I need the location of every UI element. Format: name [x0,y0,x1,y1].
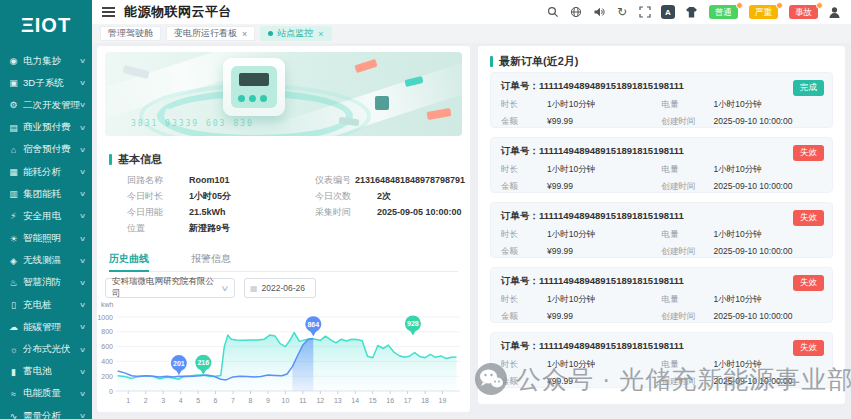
order-field-label: 电量 [662,294,714,306]
order-number: 订单号：1111149489489151891815198111 [501,80,822,93]
safety-power-icon: ⚡ [7,211,20,221]
order-field-value: 1小时10分钟 [714,164,762,176]
info-label: 今日时长 [127,190,189,203]
chevron-down-icon: ∨ [221,284,230,293]
building-icon: ▤ [7,123,20,133]
user-avatar-icon[interactable] [827,5,841,19]
order-field-label: 创建时间 [662,116,714,128]
order-field-value: 2025-09-10 10:00:00 [714,376,793,388]
close-tab-icon[interactable]: × [318,29,323,39]
hamburger-menu-icon[interactable] [102,5,115,19]
fullscreen-icon[interactable] [638,5,652,19]
alarm-badge[interactable]: 普通 [709,5,738,19]
order-row: 时长1小时10分钟电量1小时10分钟 [501,99,822,111]
group-energy-icon: ▥ [7,189,20,199]
smart-meter-device [223,58,285,116]
svg-text:kwh: kwh [101,301,114,308]
order-row: 金额¥99.99创建时间2025-09-10 10:00:00 [501,376,822,388]
svg-text:400: 400 [101,358,113,365]
svg-text:6: 6 [214,397,218,404]
order-card[interactable]: 订单号：1111149489489151891815198111失效时长1小时1… [490,137,833,193]
refresh-icon[interactable]: ↻ [615,5,629,19]
svg-text:18: 18 [421,397,429,404]
sidebar-item[interactable]: ☼分布式光伏∨ [0,338,92,360]
history-tab[interactable]: 报警信息 [191,251,231,272]
chevron-down-icon: ∨ [79,146,86,154]
sidebar-item[interactable]: ▤商业预付费∨ [0,117,92,139]
volume-icon[interactable] [592,5,606,19]
sidebar-item[interactable]: ≈电能质量∨ [0,383,92,405]
svg-text:5: 5 [196,397,200,404]
svg-text:15: 15 [369,397,377,404]
svg-text:11: 11 [299,397,306,404]
search-icon[interactable] [546,5,560,19]
alarm-count-dot [816,2,823,9]
sidebar-item[interactable]: ▯充电桩∨ [0,294,92,316]
order-card[interactable]: 订单号：1111149489489151891815198111失效时长1小时1… [490,202,833,258]
sidebar-item[interactable]: ♨智慧消防∨ [0,272,92,294]
order-status-badge: 完成 [793,80,824,96]
sidebar-item[interactable]: ∿需量分析∨ [0,405,92,419]
info-row: 仪表编号2131648481848978798791 [315,172,465,188]
sidebar-item-label: 智能照明 [23,232,80,245]
globe-icon[interactable] [569,5,583,19]
nav-tab[interactable]: 管理驾驶舱 [100,26,161,41]
order-field-value: ¥99.99 [547,376,573,388]
order-status-badge: 失效 [793,210,824,226]
date-picker[interactable]: ▦ 2022-06-26 [244,278,316,298]
site-detail-panel: 3831 93339 603 830 基本信息 回路名称Room101今日时长1… [97,46,470,412]
basic-info-title: 基本信息 [109,152,162,167]
order-field-label: 创建时间 [662,246,714,258]
sidebar-item[interactable]: ⌂宿舍预付费∨ [0,139,92,161]
sidebar-item[interactable]: ☁能碳管理∨ [0,316,92,338]
order-card[interactable]: 订单号：1111149489489151891815198111失效时长1小时1… [490,267,833,323]
alarm-badge[interactable]: 事故 [789,5,818,19]
breadcrumb-tab-bar: 管理驾驶舱变电所运行看板×站点监控× [92,24,851,43]
nav-tab[interactable]: 变电所运行看板× [166,26,255,41]
sidebar: ΞIOT ◉电力集抄∨▣3D子系统∨⚙二次开发管理∨▤商业预付费∨⌂宿舍预付费∨… [0,0,92,419]
sidebar-item[interactable]: ◉电力集抄∨ [0,50,92,72]
translate-icon[interactable]: A [661,5,675,19]
sidebar-item[interactable]: ▣3D子系统∨ [0,72,92,94]
info-row: 采集时间2025-09-05 10:00:00 [315,204,465,220]
order-row: 金额¥99.99创建时间2025-09-10 10:00:00 [501,116,822,128]
chart-marker-pin: 216 [195,355,211,375]
svg-text:216: 216 [197,359,209,366]
chevron-down-icon: ∨ [79,79,86,87]
info-row: 回路名称Room101 [127,172,312,188]
sidebar-item[interactable]: ⚡安全用电∨ [0,205,92,227]
sidebar-item[interactable]: ▦能耗分析∨ [0,161,92,183]
sidebar-item-label: 充电桩 [23,299,80,312]
sidebar-item[interactable]: ◈无线测温∨ [0,250,92,272]
sidebar-item[interactable]: ▮蓄电池∨ [0,361,92,383]
order-field-label: 时长 [501,294,547,306]
device-banner-image: 3831 93339 603 830 [105,52,462,136]
sidebar-item[interactable]: ▥集团能耗∨ [0,183,92,205]
chevron-down-icon: ∨ [79,57,86,65]
order-field-label: 金额 [501,116,547,128]
order-field-value: 1小时10分钟 [714,99,762,111]
theme-icon[interactable] [684,5,698,19]
order-field-label: 时长 [501,229,547,241]
carbon-icon: ☁ [7,322,20,332]
chevron-down-icon: ∨ [79,301,86,309]
analysis-chart-icon: ▦ [7,167,20,177]
svg-text:17: 17 [404,397,412,404]
company-select[interactable]: 安科瑞微电网研究院有限公司 ∨ [105,278,235,298]
chevron-down-icon: ∨ [79,412,86,419]
order-field-value: 1小时10分钟 [547,99,595,111]
info-value: 2131648481848978798791 [355,175,465,185]
sidebar-item[interactable]: ☀智能照明∨ [0,228,92,250]
sidebar-item[interactable]: ⚙二次开发管理∨ [0,94,92,116]
order-card[interactable]: 订单号：1111149489489151891815198111完成时长1小时1… [490,72,833,128]
cube-3d-icon: ▣ [7,78,20,88]
alarm-badge[interactable]: 严重 [749,5,778,19]
sidebar-item-label: 二次开发管理 [23,99,80,112]
history-tab[interactable]: 历史曲线 [109,251,149,272]
chevron-down-icon: ∨ [79,235,86,243]
svg-text:2: 2 [144,397,148,404]
close-tab-icon[interactable]: × [242,29,247,39]
history-curve-chart[interactable]: 02004006008001000kwh12345678910111213141… [98,298,466,412]
nav-tab[interactable]: 站点监控× [260,26,331,41]
order-card[interactable]: 订单号：1111149489489151891815198111失效时长1小时1… [490,332,833,388]
